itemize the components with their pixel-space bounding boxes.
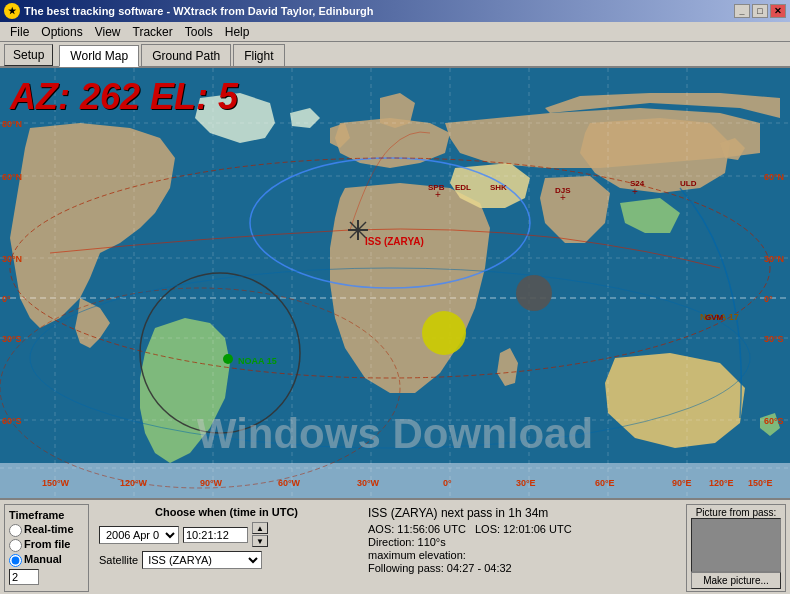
svg-text:60°N: 60°N (2, 172, 22, 182)
menu-view[interactable]: View (89, 23, 127, 41)
direction-text: Direction: 110°s (368, 536, 674, 548)
menu-bar: File Options View Tracker Tools Help (0, 22, 790, 42)
map-svg: ISS (ZARYA) NOAA 15 NOAA 17 SPB EDL SHK … (0, 68, 790, 498)
svg-text:30°E: 30°E (516, 478, 536, 488)
satellite-select[interactable]: ISS (ZARYA) (142, 551, 262, 569)
close-button[interactable]: ✕ (770, 4, 786, 18)
svg-text:30°S: 30°S (2, 334, 22, 344)
svg-text:GVM: GVM (705, 313, 724, 322)
maximize-button[interactable]: □ (752, 4, 768, 18)
realtime-label: Real-time (24, 523, 74, 535)
bottom-panel: Timeframe Real-time From file Manual Cho… (0, 498, 790, 594)
svg-text:30°N: 30°N (764, 254, 784, 264)
svg-text:0°: 0° (2, 294, 11, 304)
svg-text:60°S: 60°S (764, 416, 784, 426)
fromfile-radio[interactable] (9, 539, 22, 552)
svg-text:NOAA 15: NOAA 15 (238, 356, 277, 366)
svg-text:60°N: 60°N (764, 172, 784, 182)
svg-text:60°W: 60°W (278, 478, 301, 488)
timeframe-label: Timeframe (9, 509, 84, 521)
realtime-row: Real-time (9, 523, 84, 537)
menu-tracker[interactable]: Tracker (127, 23, 179, 41)
los-label: LOS: 12:01:06 UTC (475, 523, 572, 535)
svg-text:30°N: 30°N (2, 254, 22, 264)
menu-help[interactable]: Help (219, 23, 256, 41)
svg-text:SHK: SHK (490, 183, 507, 192)
menu-file[interactable]: File (4, 23, 35, 41)
menu-tools[interactable]: Tools (179, 23, 219, 41)
svg-text:120°E: 120°E (709, 478, 734, 488)
svg-point-29 (422, 311, 466, 355)
next-pass-text: ISS (ZARYA) next pass in 1h 34m (368, 506, 674, 520)
window-title: The best tracking software - WXtrack fro… (24, 5, 373, 17)
picture-label: Picture from pass: (696, 507, 777, 518)
tab-flight[interactable]: Flight (233, 44, 284, 66)
svg-text:+: + (560, 192, 566, 203)
svg-text:90°E: 90°E (672, 478, 692, 488)
time-down-button[interactable]: ▼ (252, 535, 268, 547)
manual-value-input[interactable] (9, 569, 39, 585)
manual-row: Manual (9, 553, 84, 567)
menu-options[interactable]: Options (35, 23, 88, 41)
title-left: ★ The best tracking software - WXtrack f… (4, 3, 373, 19)
date-select[interactable]: 2006 Apr 01 (99, 526, 179, 544)
manual-label: Manual (24, 553, 62, 565)
svg-text:+: + (435, 189, 441, 200)
title-bar: ★ The best tracking software - WXtrack f… (0, 0, 790, 22)
following-pass-text: Following pass: 04:27 - 04:32 (368, 562, 674, 574)
minimize-button[interactable]: _ (734, 4, 750, 18)
setup-button[interactable]: Setup (4, 44, 53, 66)
svg-text:30°W: 30°W (357, 478, 380, 488)
map-container: ISS (ZARYA) NOAA 15 NOAA 17 SPB EDL SHK … (0, 68, 790, 498)
fromfile-row: From file (9, 538, 84, 552)
svg-text:+: + (632, 186, 638, 197)
svg-text:150°W: 150°W (42, 478, 70, 488)
svg-text:90°W: 90°W (200, 478, 223, 488)
make-picture-button[interactable]: Make picture... (691, 572, 781, 589)
svg-text:ISS (ZARYA): ISS (ZARYA) (365, 236, 424, 247)
app-icon: ★ (4, 3, 20, 19)
svg-text:60°S: 60°S (2, 416, 22, 426)
date-row: 2006 Apr 01 ▲ ▼ (99, 522, 354, 547)
time-up-button[interactable]: ▲ (252, 522, 268, 534)
svg-text:120°W: 120°W (120, 478, 148, 488)
choose-when-section: Choose when (time in UTC) 2006 Apr 01 ▲ … (97, 504, 356, 592)
manual-radio[interactable] (9, 554, 22, 567)
aos-text: AOS: 11:56:06 UTC LOS: 12:01:06 UTC (368, 523, 674, 535)
svg-text:ULD: ULD (680, 179, 697, 188)
tab-world-map[interactable]: World Map (59, 45, 139, 67)
svg-text:0°: 0° (764, 294, 773, 304)
svg-point-30 (223, 354, 233, 364)
fromfile-label: From file (24, 538, 70, 550)
satellite-label: Satellite (99, 554, 138, 566)
aos-label: AOS: 11:56:06 UTC (368, 523, 466, 535)
max-elevation-text: maximum elevation: (368, 549, 674, 561)
svg-text:150°E: 150°E (748, 478, 773, 488)
realtime-radio[interactable] (9, 524, 22, 537)
svg-text:EDL: EDL (455, 183, 471, 192)
iss-info-section: ISS (ZARYA) next pass in 1h 34m AOS: 11:… (364, 504, 678, 592)
svg-text:30°S: 30°S (764, 334, 784, 344)
svg-text:0°: 0° (443, 478, 452, 488)
tab-bar: Setup World Map Ground Path Flight (0, 42, 790, 68)
svg-text:60°E: 60°E (595, 478, 615, 488)
window-controls: _ □ ✕ (734, 4, 786, 18)
svg-point-28 (516, 275, 552, 311)
picture-section: Picture from pass: Make picture... (686, 504, 786, 592)
tab-ground-path[interactable]: Ground Path (141, 44, 231, 66)
picture-preview (691, 518, 781, 572)
satellite-row: Satellite ISS (ZARYA) (99, 551, 354, 569)
svg-text:80°N: 80°N (2, 119, 22, 129)
time-input[interactable] (183, 527, 248, 543)
az-el-display: AZ: 262 EL: 5 (10, 76, 238, 118)
choose-when-title: Choose when (time in UTC) (99, 506, 354, 518)
timeframe-section: Timeframe Real-time From file Manual (4, 504, 89, 592)
